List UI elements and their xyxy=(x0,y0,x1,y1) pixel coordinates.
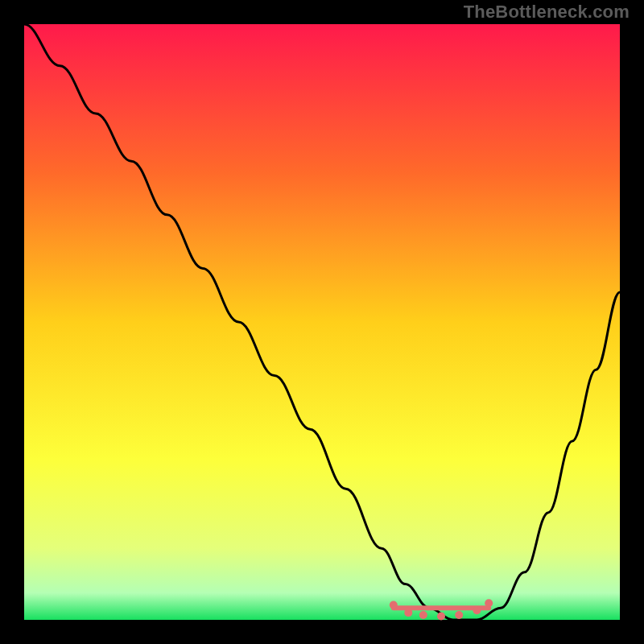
marker-dot xyxy=(473,606,481,614)
marker-dot xyxy=(419,611,427,619)
chart-frame: { "watermark": "TheBottleneck.com", "cha… xyxy=(0,0,644,644)
plot-background xyxy=(24,24,620,620)
marker-dot xyxy=(390,601,398,609)
marker-dot xyxy=(485,599,493,607)
marker-dot xyxy=(404,609,412,617)
marker-dot xyxy=(437,613,445,621)
chart-svg xyxy=(0,0,644,644)
watermark-text: TheBottleneck.com xyxy=(464,2,630,23)
marker-dot xyxy=(455,611,463,619)
